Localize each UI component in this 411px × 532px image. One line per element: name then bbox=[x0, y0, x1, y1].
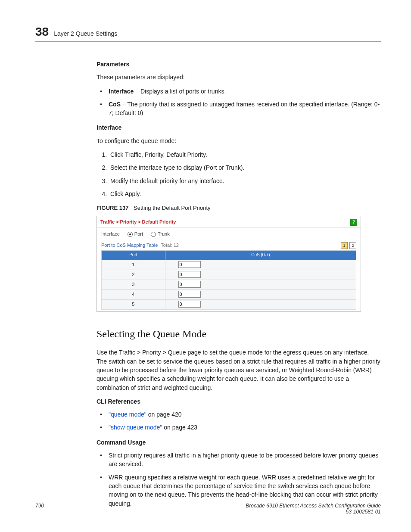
cos-input[interactable] bbox=[178, 281, 201, 288]
cell-port: 3 bbox=[102, 280, 165, 289]
help-icon[interactable]: ? bbox=[350, 219, 357, 226]
col-cos: CoS (0-7) bbox=[165, 251, 356, 260]
cell-port: 4 bbox=[102, 289, 165, 299]
mapping-header-row: Port to CoS Mapping Table Total: 12 1 2 bbox=[101, 242, 356, 249]
queue-mode-para: Use the Traffic > Priority > Queue page … bbox=[97, 348, 381, 392]
pager-2[interactable]: 2 bbox=[349, 242, 356, 249]
interface-steps: Click Traffic, Priority, Default Priorit… bbox=[97, 150, 381, 198]
mapping-total-value: 12 bbox=[174, 243, 179, 248]
doc-id: 53-1002581-01 bbox=[246, 509, 381, 515]
cmd-heading: Command Usage bbox=[97, 438, 381, 447]
radio-trunk-label: Trunk bbox=[158, 231, 170, 238]
chapter-title: Layer 2 Queue Settings bbox=[54, 30, 117, 37]
step-2: Select the interface type to display (Po… bbox=[109, 163, 381, 172]
figure-titlebar: Traffic > Priority > Default Priority ? bbox=[97, 216, 361, 227]
radio-port[interactable]: Port bbox=[128, 231, 143, 238]
step-4: Click Apply. bbox=[109, 190, 381, 198]
doc-title: Brocade 6910 Ethernet Access Switch Conf… bbox=[246, 503, 381, 509]
figure-box: Traffic > Priority > Default Priority ? … bbox=[97, 216, 361, 311]
page-header: 38 Layer 2 Queue Settings bbox=[35, 26, 381, 42]
cli-heading: CLI References bbox=[97, 397, 381, 406]
mapping-total-label: Total: bbox=[161, 243, 172, 248]
cell-port: 2 bbox=[102, 270, 165, 280]
pager-1[interactable]: 1 bbox=[341, 242, 348, 249]
table-row: 5 bbox=[102, 299, 356, 309]
cli-rest: on page 420 bbox=[146, 411, 182, 418]
breadcrumb: Traffic > Priority > Default Priority bbox=[100, 219, 176, 226]
param-cos: CoS – The priority that is assigned to u… bbox=[97, 100, 381, 118]
figure-caption: FIGURE 137 Setting the Default Port Prio… bbox=[97, 204, 381, 212]
figure-number: FIGURE 137 bbox=[97, 205, 128, 211]
param-term: Interface bbox=[109, 88, 134, 95]
cli-item: "show queue mode" on page 423 bbox=[97, 423, 381, 432]
step-3: Modify the default priority for any inte… bbox=[109, 177, 381, 185]
param-interface: Interface – Displays a list of ports or … bbox=[97, 87, 381, 96]
step-1: Click Traffic, Priority, Default Priorit… bbox=[109, 150, 381, 159]
cell-port: 5 bbox=[102, 299, 165, 309]
parameters-intro: These parameters are displayed: bbox=[97, 73, 381, 81]
mapping-table: Port CoS (0-7) 1 2 bbox=[101, 250, 356, 310]
table-row: 1 bbox=[102, 260, 356, 270]
parameters-list: Interface – Displays a list of ports or … bbox=[97, 87, 381, 118]
cli-rest: on page 423 bbox=[162, 424, 197, 431]
table-row: 3 bbox=[102, 280, 356, 289]
cmd-item: Strict priority requires all traffic in … bbox=[97, 451, 381, 469]
radio-trunk[interactable]: Trunk bbox=[151, 231, 170, 238]
radio-port-dot bbox=[128, 232, 133, 237]
interface-intro: To configure the queue mode: bbox=[97, 137, 381, 145]
col-port: Port bbox=[102, 251, 165, 260]
page-number: 790 bbox=[35, 503, 44, 515]
cos-input[interactable] bbox=[178, 291, 201, 298]
interface-label: Interface bbox=[101, 231, 120, 238]
cli-link[interactable]: "queue mode" bbox=[109, 411, 146, 418]
table-row: 4 bbox=[102, 289, 356, 299]
cos-input[interactable] bbox=[178, 271, 201, 278]
radio-port-label: Port bbox=[134, 231, 143, 238]
interface-heading: Interface bbox=[97, 123, 381, 132]
radio-trunk-dot bbox=[151, 232, 156, 237]
param-desc: – The priority that is assigned to untag… bbox=[109, 101, 380, 116]
interface-radio-row: Interface Port Trunk bbox=[101, 231, 356, 238]
pager: 1 2 bbox=[341, 242, 356, 249]
cmd-list: Strict priority requires all traffic in … bbox=[97, 451, 381, 508]
table-row: 2 bbox=[102, 270, 356, 280]
cos-input[interactable] bbox=[178, 261, 201, 268]
chapter-number: 38 bbox=[35, 26, 49, 38]
mapping-label: Port to CoS Mapping Table bbox=[101, 243, 158, 248]
cell-port: 1 bbox=[102, 260, 165, 270]
cli-item: "queue mode" on page 420 bbox=[97, 410, 381, 419]
cli-list: "queue mode" on page 420 "show queue mod… bbox=[97, 410, 381, 432]
param-desc: – Displays a list of ports or trunks. bbox=[134, 88, 226, 95]
page-footer: 790 Brocade 6910 Ethernet Access Switch … bbox=[35, 503, 381, 515]
queue-mode-heading: Selecting the Queue Mode bbox=[97, 327, 381, 342]
figure-title: Setting the Default Port Priority bbox=[134, 205, 210, 211]
parameters-heading: Parameters bbox=[97, 60, 381, 68]
cli-link[interactable]: "show queue mode" bbox=[109, 424, 162, 431]
cos-input[interactable] bbox=[178, 301, 201, 308]
param-term: CoS bbox=[109, 101, 121, 108]
